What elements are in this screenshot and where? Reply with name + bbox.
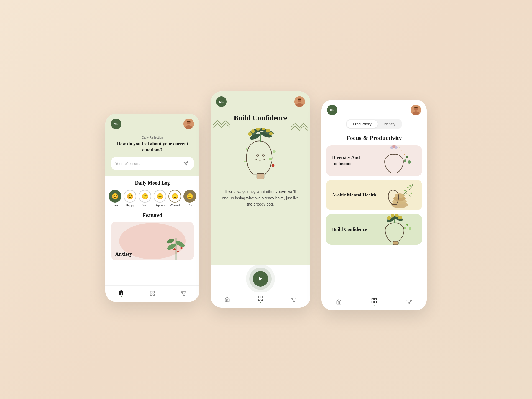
nav-apps-2[interactable] — [257, 295, 264, 303]
svg-point-74 — [398, 216, 402, 219]
mood-items: 😊 Love 😊 Happy 😕 Sad — [111, 190, 194, 207]
card-arabic-title: Arabic Mental Health — [332, 192, 376, 198]
mood-circle-depress[interactable]: 😞 — [154, 190, 166, 203]
svg-point-40 — [272, 164, 275, 167]
mood-cor[interactable]: 😐 Cor — [183, 190, 196, 207]
mood-depress[interactable]: 😞 Depress — [154, 190, 166, 207]
avatar-3 — [411, 105, 421, 115]
svg-point-36 — [269, 158, 272, 160]
send-button[interactable] — [182, 160, 190, 167]
p2-bottom — [211, 265, 310, 292]
svg-rect-78 — [372, 298, 374, 300]
featured-card-title: Anxiety — [115, 251, 132, 257]
svg-point-21 — [257, 154, 259, 156]
svg-rect-16 — [153, 294, 155, 295]
nav-home-2[interactable] — [224, 297, 230, 302]
reflection-section: Daily Reflection How do you feel about y… — [105, 136, 200, 176]
mood-sad[interactable]: 😕 Sad — [139, 190, 151, 207]
build-confidence-title: Build Confidence — [219, 114, 302, 122]
featured-title: Featured — [111, 213, 194, 218]
mood-emoji-cor: 😐 — [186, 193, 193, 200]
nav-apps-3[interactable] — [371, 298, 377, 306]
svg-point-58 — [408, 160, 411, 164]
p3-header: ME — [321, 100, 427, 119]
confidence-illustration — [374, 214, 422, 245]
svg-point-8 — [175, 239, 185, 248]
svg-point-71 — [387, 216, 391, 220]
svg-point-77 — [409, 227, 411, 230]
svg-point-65 — [409, 185, 411, 187]
mood-circle-worried[interactable]: 😟 — [168, 190, 181, 203]
svg-point-38 — [273, 150, 276, 153]
p1-header: ME — [105, 114, 200, 136]
svg-text:✦: ✦ — [401, 149, 403, 152]
nav-dot-home — [121, 296, 122, 297]
card-diversity[interactable]: Diversity And Inclusion ✦ ✦ ✦ — [326, 145, 422, 176]
svg-point-22 — [262, 154, 264, 156]
reflection-input-box[interactable]: Your reflection.. — [111, 157, 194, 170]
svg-rect-44 — [258, 299, 260, 301]
svg-point-75 — [404, 227, 406, 229]
svg-text:✦: ✦ — [404, 154, 405, 155]
svg-point-10 — [173, 248, 176, 250]
mood-emoji-worried: 😟 — [172, 193, 178, 200]
svg-rect-13 — [150, 291, 152, 293]
bottom-nav-1 — [105, 285, 200, 302]
diversity-illustration: ✦ ✦ ✦ — [374, 145, 422, 176]
mood-worried[interactable]: 😟 Worried — [168, 190, 181, 207]
zigzag-left-icon — [213, 119, 230, 130]
svg-point-9 — [166, 238, 175, 244]
mood-label-depress: Depress — [155, 204, 165, 207]
svg-point-30 — [248, 132, 252, 136]
nav-home-3[interactable] — [336, 299, 342, 305]
nav-trophy-3[interactable] — [406, 299, 412, 305]
svg-point-34 — [266, 129, 270, 132]
play-button[interactable] — [253, 271, 268, 287]
p3-tabs: Productivity Identity — [321, 119, 427, 132]
mood-emoji-depress: 😞 — [157, 193, 163, 200]
p2-body: Build Confidence — [211, 111, 310, 265]
svg-point-35 — [269, 132, 273, 135]
svg-point-37 — [246, 148, 248, 150]
svg-point-62 — [395, 193, 405, 198]
featured-card[interactable]: Anxiety — [111, 222, 194, 260]
plant-head-illustration — [233, 128, 288, 183]
nav-trophy-2[interactable] — [291, 297, 296, 302]
nav-dot-apps-3 — [374, 305, 375, 306]
reflection-placeholder: Your reflection.. — [115, 162, 140, 166]
phone-1: ME Daily Reflection How do you feel abou… — [105, 114, 200, 302]
nav-apps-1[interactable] — [150, 291, 155, 296]
mood-circle-sad[interactable]: 😕 — [139, 190, 151, 203]
p2-header: ME — [211, 91, 310, 111]
mood-circle-cor[interactable]: 😐 — [183, 190, 196, 203]
svg-point-39 — [244, 161, 246, 162]
mood-label-sad: Sad — [142, 204, 147, 207]
mood-love[interactable]: 😊 Love — [109, 190, 121, 207]
me-badge-3: ME — [327, 105, 337, 115]
svg-point-57 — [406, 156, 408, 158]
content-cards-scroll: Diversity And Inclusion ✦ ✦ ✦ — [321, 145, 427, 294]
mood-emoji-love: 😊 — [112, 193, 119, 200]
svg-point-72 — [391, 214, 395, 218]
svg-point-52 — [395, 146, 398, 149]
mood-log-title: Daily Mood Log — [111, 180, 194, 186]
mood-circle-happy[interactable]: 😊 — [124, 190, 136, 203]
mood-circle-love[interactable]: 😊 — [109, 190, 121, 203]
nav-trophy-1[interactable] — [181, 291, 186, 296]
tab-identity[interactable]: Identity — [378, 120, 401, 128]
reflection-question: How do you feel about your current emoti… — [111, 141, 194, 153]
svg-rect-67 — [393, 241, 398, 245]
daily-label: Daily Reflection — [111, 136, 194, 139]
nav-dot-apps-2 — [260, 302, 261, 303]
svg-rect-79 — [375, 298, 376, 300]
phone-2: ME Build Confidence — [211, 91, 310, 308]
tab-productivity[interactable]: Productivity — [347, 120, 377, 128]
card-arabic[interactable]: Arabic Mental Health — [326, 180, 422, 210]
nav-home-1[interactable] — [118, 290, 124, 297]
mood-happy[interactable]: 😊 Happy — [124, 190, 136, 207]
avatar-2 — [294, 96, 305, 107]
mood-emoji-sad: 😕 — [142, 193, 149, 200]
card-confidence[interactable]: Build Confidence — [326, 214, 422, 245]
phone-3: ME Productivity Identity Focus & Product… — [321, 100, 427, 310]
svg-point-76 — [406, 224, 408, 226]
